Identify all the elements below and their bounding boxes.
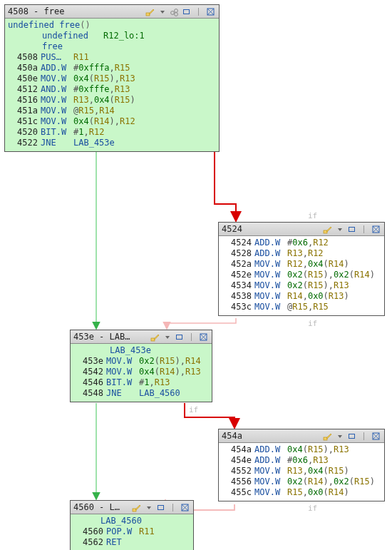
instruction-operands: R11 (139, 526, 155, 536)
instruction-row[interactable]: 4528ADD.WR13,R12 (222, 248, 381, 259)
operand-token: ) (344, 466, 349, 476)
operand-token: ( (110, 95, 115, 105)
instruction-operands: #1,R12 (73, 127, 104, 137)
edit-icon[interactable] (131, 502, 142, 513)
operand-token: R13 (155, 377, 170, 387)
fullscreen-icon[interactable] (198, 332, 209, 342)
instruction-row[interactable]: 451cMOV.W0x4(R14),R12 (8, 116, 216, 127)
block-titlebar[interactable]: 454a (219, 429, 384, 443)
block-titlebar[interactable]: 453e - LAB… (71, 330, 212, 344)
operand-token: 0x4 (308, 466, 324, 476)
instruction-address: 4522 (8, 138, 38, 148)
instruction-row[interactable]: 4516MOV.WR13,0x4(R15) (8, 95, 216, 106)
instruction-row[interactable]: 455cMOV.WR15,0x0(R14) (222, 487, 381, 498)
instruction-row[interactable]: 4562RET (73, 537, 190, 548)
return-header: undefinedR12_lo:1 (8, 31, 216, 41)
dropdown-icon[interactable] (157, 6, 167, 17)
block-4524[interactable]: 45244524ADD.W#0x6,R124528ADD.WR13,R12452… (218, 222, 385, 316)
instruction-row[interactable]: 4512AND.W#0xfffe,R13 (8, 84, 216, 95)
block-453e[interactable]: 453e - LAB…LAB_453e453eMOV.W0x2(R15),R14… (70, 330, 212, 402)
block-body: undefined free()undefinedR12_lo:1free450… (5, 19, 219, 151)
operand-token: ( (324, 291, 329, 301)
dropdown-icon[interactable] (334, 431, 345, 442)
instruction-row[interactable]: 4548JNELAB_4560 (73, 388, 209, 399)
instruction-operands: 0x2(R15),R14 (139, 356, 201, 366)
fullscreen-icon[interactable] (371, 431, 381, 442)
fullscreen-icon[interactable] (205, 6, 216, 17)
instruction-operands: #0x6,R12 (287, 238, 329, 248)
operand-token: 0x4 (287, 444, 303, 454)
operand-token: 0x2 (287, 280, 303, 290)
instruction-row[interactable]: 4522JNELAB_453e (8, 138, 216, 148)
operand-token: ) (324, 477, 329, 487)
block-454a[interactable]: 454a454aADD.W0x4(R15),R13454eADD.W#0x6,R… (218, 429, 385, 501)
fullscreen-icon[interactable] (180, 502, 190, 513)
dropdown-icon[interactable] (334, 224, 345, 235)
instruction-row[interactable]: 450aADD.W#0xfffa,R15 (8, 63, 216, 73)
instruction-address: 4538 (222, 291, 252, 302)
dropdown-icon[interactable] (162, 332, 172, 342)
restore-icon[interactable] (346, 431, 357, 442)
instruction-mnemonic: MOV.W (103, 356, 139, 367)
instruction-mnemonic: MOV.W (252, 291, 287, 302)
instruction-row[interactable]: 4538MOV.WR14,0x0(R13) (222, 291, 381, 302)
operand-token: 0x2 (287, 270, 303, 280)
titlebar-icons (322, 224, 381, 235)
instruction-row[interactable]: 4524ADD.W#0x6,R12 (222, 238, 381, 248)
edit-icon[interactable] (322, 224, 333, 235)
edit-icon[interactable] (150, 332, 160, 342)
restore-icon[interactable] (174, 332, 185, 342)
group-icon[interactable] (169, 6, 180, 17)
instruction-row[interactable]: 452eMOV.W0x2(R15),0x2(R14) (222, 270, 381, 280)
edit-icon[interactable] (322, 431, 333, 442)
instruction-row[interactable]: 453eMOV.W0x2(R15),R14 (73, 356, 209, 367)
operand-token: 0xfffe (78, 84, 109, 94)
instruction-row[interactable]: 4508PUS…R11 (8, 52, 216, 63)
instruction-row[interactable]: 452aMOV.WR12,0x4(R14) (222, 259, 381, 270)
fullscreen-icon[interactable] (371, 224, 381, 235)
svg-rect-12 (177, 335, 182, 339)
block-titlebar[interactable]: 4560 - L… (71, 501, 193, 514)
block-titlebar[interactable]: 4524 (219, 223, 384, 236)
restore-icon[interactable] (181, 6, 192, 17)
instruction-row[interactable]: 454aADD.W0x4(R15),R13 (222, 444, 381, 455)
instruction-operands: R13,R12 (287, 248, 324, 258)
instruction-mnemonic: ADD.W (252, 238, 287, 248)
block-titlebar[interactable]: 4508 - free (5, 5, 219, 19)
block-4508-free[interactable]: 4508 - freeundefined free()undefinedR12_… (4, 4, 220, 152)
edit-icon[interactable] (145, 6, 155, 17)
instruction-row[interactable]: 4546BIT.W#1,R13 (73, 377, 209, 388)
restore-icon[interactable] (346, 224, 357, 235)
operand-token: R15 (308, 270, 324, 280)
instruction-operands: #0xfffa,R15 (73, 63, 130, 73)
instruction-address: 451c (8, 116, 38, 127)
instruction-row[interactable]: 4560POP.WR11 (73, 526, 190, 537)
operand-token: ( (349, 477, 354, 487)
operand-token: 0x4 (73, 116, 89, 126)
instruction-row[interactable]: 4556MOV.W0x2(R14),0x2(R15) (222, 477, 381, 487)
operand-token: R15 (94, 73, 110, 83)
instruction-row[interactable]: 4520BIT.W#1,R12 (8, 127, 216, 138)
operand-token: R13 (73, 95, 89, 105)
operand-token: R13 (287, 248, 303, 258)
instruction-row[interactable]: 4552MOV.WR13,0x4(R15) (222, 466, 381, 477)
instruction-address: 4560 (73, 526, 103, 537)
instruction-row[interactable]: 451aMOV.W@R15,R14 (8, 106, 216, 116)
instruction-mnemonic: AND.W (38, 84, 73, 95)
instruction-address: 4552 (222, 466, 252, 477)
instruction-row[interactable]: 4534MOV.W0x2(R15),R13 (222, 280, 381, 291)
block-4560[interactable]: 4560 - L…LAB_45604560POP.WR114562RET (70, 500, 194, 550)
restore-icon[interactable] (155, 502, 166, 513)
instruction-address: 450e (8, 73, 38, 84)
edge-label-if-1: if (308, 211, 317, 220)
operand-token: ) (324, 280, 329, 290)
instruction-address: 4556 (222, 477, 252, 487)
instruction-row[interactable]: 453cMOV.W@R15,R15 (222, 302, 381, 312)
dropdown-icon[interactable] (143, 502, 154, 513)
instruction-row[interactable]: 454eADD.W#0x6,R13 (222, 455, 381, 466)
instruction-row[interactable]: 450eMOV.W0x4(R15),R13 (8, 73, 216, 84)
operand-token: , (115, 116, 120, 126)
operand-token: R14 (99, 106, 115, 116)
instruction-row[interactable]: 4542MOV.W0x4(R14),R13 (73, 367, 209, 377)
instruction-mnemonic: MOV.W (252, 302, 287, 312)
